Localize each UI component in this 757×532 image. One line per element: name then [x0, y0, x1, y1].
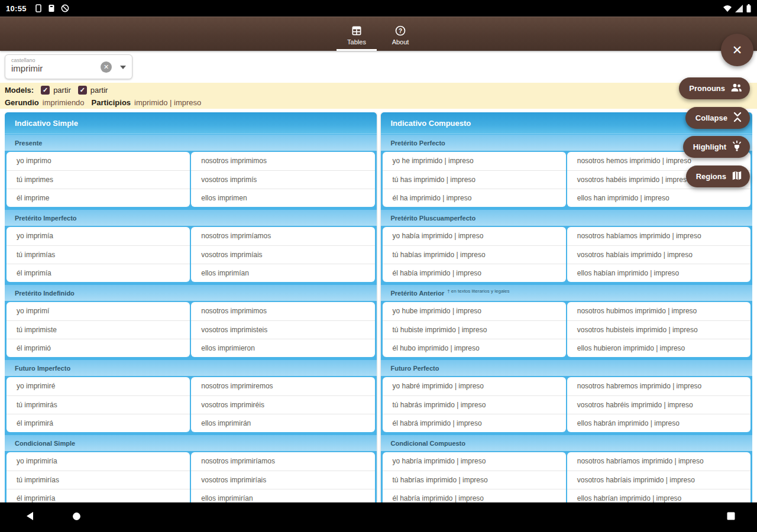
- tense-label: Futuro Imperfecto: [15, 365, 70, 372]
- conjugation-cell: tú imprimirás: [7, 395, 190, 414]
- tense-header[interactable]: Pretérito Indefinido: [5, 285, 377, 301]
- tense-header[interactable]: Pretérito Pluscuamperfecto: [381, 210, 753, 226]
- conjugation-cell: yo hube imprimido | impreso: [383, 302, 566, 320]
- conjugation-cell: tú imprimirías: [7, 471, 190, 489]
- conjugation-cell: él imprimiría: [7, 489, 190, 502]
- plural-card: nosotros imprimiríamosvosotros imprimirí…: [191, 452, 374, 502]
- conjugation-cell: él imprimía: [7, 264, 190, 282]
- singular-card: yo imprimíatú imprimíasél imprimía: [7, 227, 190, 282]
- conjugation-cell: yo habré imprimido | impreso: [383, 377, 566, 395]
- model-checkbox-1[interactable]: ✓: [41, 86, 50, 95]
- conjugation-cell: ellos imprimieron: [191, 339, 374, 357]
- tab-tables[interactable]: Tables: [335, 22, 378, 51]
- conjugation-cell: él imprime: [7, 189, 190, 207]
- home-button[interactable]: [62, 502, 90, 532]
- verb-search-field[interactable]: castellano imprimir ✕: [5, 54, 132, 79]
- tense-label: Pretérito Pluscuamperfecto: [391, 215, 476, 222]
- tense-note: † en textos literarios y legales: [447, 288, 509, 294]
- conjugation-cell: nosotros imprimiríamos: [191, 452, 374, 471]
- recents-icon: [727, 512, 735, 523]
- conjugation-cell: él imprimirá: [7, 414, 190, 432]
- collapse-button[interactable]: Collapse: [685, 107, 750, 129]
- singular-card: yo hube imprimido | impresotú hubiste im…: [383, 302, 566, 357]
- model-checkbox-2[interactable]: ✓: [78, 86, 87, 95]
- conjugation-cell: vosotros imprimiréis: [191, 395, 374, 414]
- tense-label: Pretérito Anterior: [391, 290, 445, 297]
- conjugation-cell: él imprimió: [7, 339, 190, 357]
- tab-about[interactable]: ? About: [378, 22, 422, 51]
- plural-card: nosotros hubimos imprimido | impresovoso…: [567, 302, 750, 357]
- conjugation-cell: nosotros imprimimos: [191, 152, 374, 170]
- tense-header[interactable]: Pretérito Anterior† en textos literarios…: [381, 285, 753, 301]
- tense-label: Pretérito Perfecto: [391, 140, 445, 147]
- conjugation-cell: vosotros imprimisteis: [191, 320, 374, 339]
- conjugation-cell: nosotros habremos imprimido | impreso: [567, 377, 750, 395]
- conjugation-cell: ellos imprimían: [191, 264, 374, 282]
- singular-card: yo imprimirétú imprimirásél imprimirá: [7, 377, 190, 432]
- clock: 10:55: [6, 4, 27, 13]
- recents-button[interactable]: [717, 502, 745, 532]
- tense-header[interactable]: Futuro Imperfecto: [5, 360, 377, 376]
- notification-icon-1: [35, 4, 42, 12]
- conjugation-cell: tú habías imprimido | impreso: [383, 245, 566, 264]
- conjugation-cell: yo imprimo: [7, 152, 190, 170]
- highlight-button[interactable]: Highlight: [683, 136, 750, 158]
- conjugation-cell: vosotros imprimís: [191, 170, 374, 189]
- tense-header[interactable]: Presente: [5, 135, 377, 151]
- table-indicativo-simple: Indicativo SimplePresenteyo imprimotú im…: [5, 112, 377, 502]
- highlight-button-label: Highlight: [693, 142, 726, 151]
- regions-button[interactable]: Regions: [686, 166, 750, 187]
- tense-cards: yo hube imprimido | impresotú hubiste im…: [381, 301, 753, 359]
- model-2-label: partir: [90, 86, 108, 95]
- tense-header[interactable]: Condicional Compuesto: [381, 435, 753, 451]
- dropdown-caret-icon[interactable]: [120, 66, 126, 69]
- conjugation-cell: yo había imprimido | impreso: [383, 227, 566, 245]
- conjugation-cell: vosotros habíais imprimido | impreso: [567, 245, 750, 264]
- app-bar: Tables ? About: [0, 17, 757, 51]
- conjugation-cell: vosotros imprimiríais: [191, 471, 374, 489]
- conjugation-cell: yo imprimí: [7, 302, 190, 320]
- collapse-button-label: Collapse: [695, 113, 727, 122]
- tense-cards: yo imprimítú imprimisteél imprimiónosotr…: [5, 301, 377, 359]
- tense-cards: yo habría imprimido | impresotú habrías …: [381, 451, 753, 502]
- close-button[interactable]: ✕: [721, 34, 753, 66]
- pronouns-button[interactable]: Pronouns: [679, 77, 750, 99]
- models-bar: Models: ✓ partir ✓ partir Gerundio impri…: [0, 83, 757, 109]
- tense-header[interactable]: Condicional Simple: [5, 435, 377, 451]
- tense-label: Condicional Compuesto: [391, 440, 466, 447]
- conjugation-cell: tú hubiste imprimido | impreso: [383, 320, 566, 339]
- gerundio-value: imprimiendo: [43, 98, 85, 107]
- conjugation-cell: él habrá imprimido | impreso: [383, 414, 566, 432]
- singular-card: yo habré imprimido | impresotú habrás im…: [383, 377, 566, 432]
- map-icon: [732, 170, 742, 183]
- do-not-disturb-icon: [61, 4, 69, 12]
- conjugation-cell: vosotros habréis imprimido | impreso: [567, 395, 750, 414]
- conjugation-cell: yo habría imprimido | impreso: [383, 452, 566, 471]
- tense-label: Futuro Perfecto: [391, 365, 439, 372]
- conjugation-cell: ellos imprimirán: [191, 414, 374, 432]
- pronouns-button-label: Pronouns: [689, 84, 725, 93]
- models-label: Models:: [5, 86, 34, 95]
- conjugation-cell: yo imprimiré: [7, 377, 190, 395]
- conjugation-cell: ellos habrán imprimido | impreso: [567, 414, 750, 432]
- tab-tables-label: Tables: [347, 38, 366, 46]
- tense-header[interactable]: Pretérito Imperfecto: [5, 210, 377, 226]
- singular-card: yo había imprimido | impresotú habías im…: [383, 227, 566, 282]
- table-title[interactable]: Indicativo Simple: [5, 112, 377, 134]
- clear-search-icon[interactable]: ✕: [101, 61, 112, 73]
- singular-card: yo imprimiríatú imprimiríasél imprimiría: [7, 452, 190, 502]
- wifi-icon: [723, 5, 732, 12]
- about-icon: ?: [378, 25, 422, 37]
- conjugation-cell: yo imprimiría: [7, 452, 190, 471]
- tables-icon: [335, 25, 378, 37]
- tense-cards: yo imprimiríatú imprimiríasél imprimiría…: [5, 451, 377, 502]
- back-button[interactable]: [15, 502, 44, 532]
- tense-label: Presente: [15, 140, 42, 147]
- tense-header[interactable]: Futuro Perfecto: [381, 360, 753, 376]
- tense-cards: yo imprimíatú imprimíasél imprimíanosotr…: [5, 226, 377, 284]
- conjugation-cell: nosotros imprimíamos: [191, 227, 374, 245]
- signal-icon: [735, 5, 743, 12]
- conjugation-cell: él habría imprimido | impreso: [383, 489, 566, 502]
- conjugation-cell: tú habrías imprimido | impreso: [383, 471, 566, 489]
- conjugation-cell: tú imprimías: [7, 245, 190, 264]
